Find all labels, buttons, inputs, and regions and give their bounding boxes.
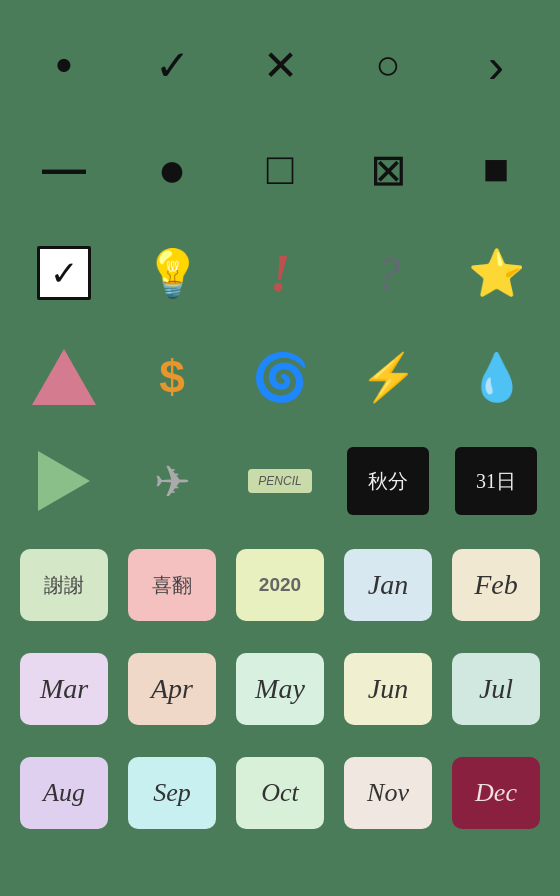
play-cell bbox=[14, 436, 114, 526]
month-mar-cell: Mar bbox=[14, 644, 114, 734]
dollar-cell: $ bbox=[122, 332, 222, 422]
month-apr-cell: Apr bbox=[122, 644, 222, 734]
xi-fan-tile: 喜翻 bbox=[128, 549, 216, 621]
dark-cal-1-cell: 秋分 bbox=[338, 436, 438, 526]
play-icon bbox=[38, 451, 90, 511]
month-may-cell: May bbox=[230, 644, 330, 734]
row-symbols-3: ✓ 💡 ! ? ⭐ bbox=[10, 228, 550, 318]
row-symbols-2: — ● □ ⊠ ■ bbox=[10, 124, 550, 214]
checked-checkbox-icon: ✓ bbox=[37, 246, 91, 300]
cross-cell: ✕ bbox=[230, 20, 330, 110]
dark-cal-2-cell: 31日 bbox=[446, 436, 546, 526]
month-may-tile: May bbox=[236, 653, 324, 725]
exclamation-icon: ! bbox=[270, 244, 290, 303]
month-feb-tile: Feb bbox=[452, 549, 540, 621]
crossed-square-icon: ⊠ bbox=[370, 144, 407, 195]
airplane-cell: ✈ bbox=[122, 436, 222, 526]
chevron-cell: › bbox=[446, 20, 546, 110]
row-symbols-5: ✈ PENCIL 秋分 31日 bbox=[10, 436, 550, 526]
dark-cal-1-icon: 秋分 bbox=[347, 447, 429, 515]
exclamation-cell: ! bbox=[230, 228, 330, 318]
month-nov-tile: Nov bbox=[344, 757, 432, 829]
bullet-icon: • bbox=[56, 41, 73, 89]
month-jun-cell: Jun bbox=[338, 644, 438, 734]
row-symbols-4: $ 🌀 ⚡ 💧 bbox=[10, 332, 550, 422]
dash-icon: — bbox=[42, 144, 86, 194]
pencil-icon: PENCIL bbox=[248, 469, 311, 493]
month-oct-tile: Oct bbox=[236, 757, 324, 829]
row-month-7: Mar Apr May Jun Jul bbox=[10, 644, 550, 734]
month-oct-cell: Oct bbox=[230, 748, 330, 838]
month-sep-cell: Sep bbox=[122, 748, 222, 838]
month-dec-tile: Dec bbox=[452, 757, 540, 829]
filled-circle-icon: ● bbox=[158, 142, 187, 197]
water-drop-icon: 💧 bbox=[468, 350, 525, 404]
star-icon: ⭐ bbox=[468, 246, 525, 300]
empty-square-cell: □ bbox=[230, 124, 330, 214]
chevron-right-icon: › bbox=[488, 38, 504, 93]
xie-xie-tile: 謝謝 bbox=[20, 549, 108, 621]
year-2020-cell: 2020 bbox=[230, 540, 330, 630]
month-nov-cell: Nov bbox=[338, 748, 438, 838]
month-dec-cell: Dec bbox=[446, 748, 546, 838]
circle-icon: ○ bbox=[375, 41, 400, 89]
filled-circle-cell: ● bbox=[122, 124, 222, 214]
row-month-6: 謝謝 喜翻 2020 Jan Feb bbox=[10, 540, 550, 630]
dash-cell: — bbox=[14, 124, 114, 214]
drop-cell: 💧 bbox=[446, 332, 546, 422]
cross-icon: ✕ bbox=[263, 41, 298, 90]
airplane-icon: ✈ bbox=[154, 456, 191, 507]
bullet-cell: • bbox=[14, 20, 114, 110]
month-feb-cell: Feb bbox=[446, 540, 546, 630]
star-cell: ⭐ bbox=[446, 228, 546, 318]
month-aug-tile: Aug bbox=[20, 757, 108, 829]
month-sep-tile: Sep bbox=[128, 757, 216, 829]
month-jul-tile: Jul bbox=[452, 653, 540, 725]
month-jan-cell: Jan bbox=[338, 540, 438, 630]
dark-cal-2-icon: 31日 bbox=[455, 447, 537, 515]
filled-square-cell: ■ bbox=[446, 124, 546, 214]
pencil-cell: PENCIL bbox=[230, 436, 330, 526]
xie-xie-cell: 謝謝 bbox=[14, 540, 114, 630]
month-aug-cell: Aug bbox=[14, 748, 114, 838]
month-jul-cell: Jul bbox=[446, 644, 546, 734]
checkmark-icon: ✓ bbox=[155, 41, 190, 90]
question-icon: ? bbox=[376, 246, 400, 301]
question-cell: ? bbox=[338, 228, 438, 318]
row-month-8: Aug Sep Oct Nov Dec bbox=[10, 748, 550, 838]
empty-square-icon: □ bbox=[267, 144, 294, 194]
month-jan-tile: Jan bbox=[344, 549, 432, 621]
month-apr-tile: Apr bbox=[128, 653, 216, 725]
crossed-square-cell: ⊠ bbox=[338, 124, 438, 214]
lightning-cell: ⚡ bbox=[338, 332, 438, 422]
lightning-icon: ⚡ bbox=[360, 350, 417, 404]
lightbulb-icon: 💡 bbox=[144, 246, 201, 300]
checked-checkbox-cell: ✓ bbox=[14, 228, 114, 318]
year-2020-tile: 2020 bbox=[236, 549, 324, 621]
dollar-icon: $ bbox=[159, 350, 185, 404]
xi-fan-cell: 喜翻 bbox=[122, 540, 222, 630]
spiral-cell: 🌀 bbox=[230, 332, 330, 422]
month-mar-tile: Mar bbox=[20, 653, 108, 725]
triangle-cell bbox=[14, 332, 114, 422]
filled-square-icon: ■ bbox=[483, 144, 510, 194]
checkmark-cell: ✓ bbox=[122, 20, 222, 110]
row-symbols-1: • ✓ ✕ ○ › bbox=[10, 20, 550, 110]
spiral-icon: 🌀 bbox=[252, 350, 309, 404]
circle-cell: ○ bbox=[338, 20, 438, 110]
month-jun-tile: Jun bbox=[344, 653, 432, 725]
lightbulb-cell: 💡 bbox=[122, 228, 222, 318]
pink-triangle-icon bbox=[32, 349, 96, 405]
